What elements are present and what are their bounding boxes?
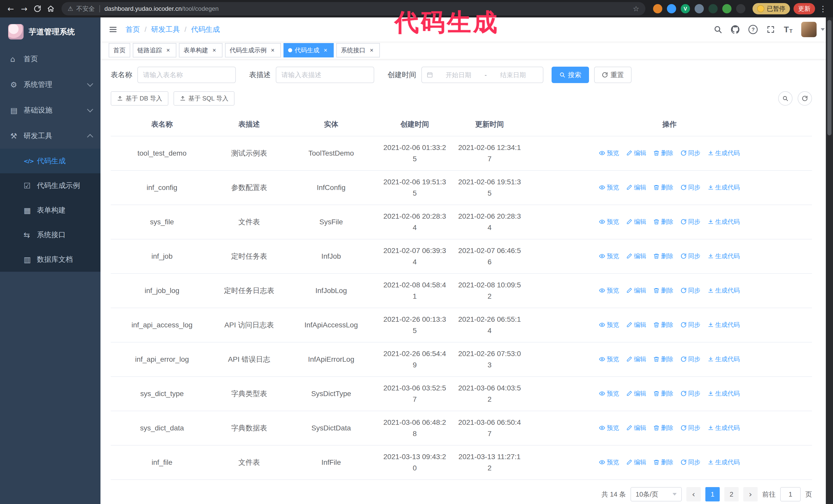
scrollbar[interactable]: [826, 18, 833, 504]
sync-link[interactable]: 同步: [681, 147, 700, 159]
paused-badge[interactable]: 已暂停: [753, 3, 790, 14]
edit-link[interactable]: 编辑: [626, 216, 646, 227]
reset-button[interactable]: 重置: [594, 67, 632, 83]
edit-link[interactable]: 编辑: [626, 388, 646, 399]
sync-link[interactable]: 同步: [681, 216, 700, 227]
delete-link[interactable]: 删除: [653, 285, 673, 296]
generate-code-link[interactable]: 生成代码: [708, 422, 740, 433]
delete-link[interactable]: 删除: [653, 457, 673, 468]
sync-link[interactable]: 同步: [681, 388, 700, 399]
search-icon[interactable]: [714, 25, 722, 34]
toggle-search-button[interactable]: [778, 91, 792, 105]
delete-link[interactable]: 删除: [653, 147, 673, 159]
edit-link[interactable]: 编辑: [626, 182, 646, 193]
tags-view-item[interactable]: 首页: [109, 43, 130, 57]
generate-code-link[interactable]: 生成代码: [708, 354, 740, 365]
extension-icon[interactable]: [709, 4, 718, 13]
sync-link[interactable]: 同步: [681, 457, 700, 468]
avatar[interactable]: [801, 22, 816, 37]
close-icon[interactable]: [211, 47, 218, 54]
sidebar-item-example[interactable]: ☑代码生成示例: [0, 173, 100, 198]
preview-link[interactable]: 预览: [599, 182, 619, 193]
generate-code-link[interactable]: 生成代码: [708, 457, 740, 468]
generate-code-link[interactable]: 生成代码: [708, 319, 740, 331]
edit-link[interactable]: 编辑: [626, 147, 646, 159]
close-icon[interactable]: [368, 47, 375, 54]
forward-button[interactable]: →: [18, 2, 31, 16]
generate-code-link[interactable]: 生成代码: [708, 388, 740, 399]
edit-link[interactable]: 编辑: [626, 250, 646, 262]
delete-link[interactable]: 删除: [653, 182, 673, 193]
sync-link[interactable]: 同步: [681, 285, 700, 296]
browser-menu-kebab-icon[interactable]: ⋮: [819, 4, 827, 13]
delete-link[interactable]: 删除: [653, 250, 673, 262]
update-button[interactable]: 更新: [793, 3, 815, 14]
sync-link[interactable]: 同步: [681, 250, 700, 262]
extension-icon[interactable]: [736, 4, 745, 13]
sidebar-item-form[interactable]: ▦表单构建: [0, 198, 100, 222]
extension-icon[interactable]: [695, 4, 704, 13]
preview-link[interactable]: 预览: [599, 216, 619, 227]
import-db-button[interactable]: 基于 DB 导入: [111, 91, 168, 105]
close-icon[interactable]: [322, 47, 329, 54]
table-desc-input[interactable]: [276, 67, 374, 83]
next-page-button[interactable]: [743, 487, 758, 501]
reload-button[interactable]: [31, 2, 44, 16]
tags-view-item[interactable]: 表单构建: [179, 43, 222, 57]
table-name-input[interactable]: [137, 67, 236, 83]
delete-link[interactable]: 删除: [653, 388, 673, 399]
create-time-range-picker[interactable]: 开始日期 - 结束日期: [421, 67, 543, 83]
close-icon[interactable]: [269, 47, 276, 54]
extension-icon[interactable]: V: [681, 4, 690, 13]
preview-link[interactable]: 预览: [599, 285, 619, 296]
sidebar-item-tools[interactable]: ⚒研发工具: [0, 123, 100, 149]
hamburger-icon[interactable]: [109, 25, 117, 34]
edit-link[interactable]: 编辑: [626, 422, 646, 433]
prev-page-button[interactable]: [686, 487, 701, 501]
page-button-2[interactable]: 2: [724, 487, 739, 501]
edit-link[interactable]: 编辑: [626, 354, 646, 365]
preview-link[interactable]: 预览: [599, 388, 619, 399]
generate-code-link[interactable]: 生成代码: [708, 285, 740, 296]
tags-view-item[interactable]: 链路追踪: [133, 43, 176, 57]
generate-code-link[interactable]: 生成代码: [708, 250, 740, 262]
preview-link[interactable]: 预览: [599, 147, 619, 159]
preview-link[interactable]: 预览: [599, 457, 619, 468]
preview-link[interactable]: 预览: [599, 354, 619, 365]
breadcrumb-item-tools[interactable]: 研发工具: [151, 25, 191, 34]
goto-page-input[interactable]: [780, 487, 801, 501]
sidebar-item-api[interactable]: ⇆系统接口: [0, 222, 100, 247]
page-button-1[interactable]: 1: [705, 487, 720, 501]
sidebar-item-gear[interactable]: ⚙系统管理: [0, 72, 100, 97]
preview-link[interactable]: 预览: [599, 422, 619, 433]
edit-link[interactable]: 编辑: [626, 319, 646, 331]
extension-icon[interactable]: [722, 4, 732, 13]
preview-link[interactable]: 预览: [599, 319, 619, 331]
edit-link[interactable]: 编辑: [626, 457, 646, 468]
refresh-table-button[interactable]: [798, 91, 812, 105]
generate-code-link[interactable]: 生成代码: [708, 182, 740, 193]
sidebar-item-home[interactable]: ⌂首页: [0, 46, 100, 72]
scrollbar-thumb[interactable]: [827, 20, 831, 135]
tags-view-item[interactable]: 系统接口: [336, 43, 380, 57]
tags-view-item[interactable]: 代码生成示例: [225, 43, 281, 57]
sidebar-item-infra[interactable]: ▤基础设施: [0, 97, 100, 123]
close-icon[interactable]: [165, 47, 172, 54]
address-bar[interactable]: ⚠ 不安全 dashboard.yudao.iocoder.cn/tool/co…: [62, 2, 645, 16]
sidebar-item-code[interactable]: </>代码生成: [0, 149, 100, 173]
sync-link[interactable]: 同步: [681, 319, 700, 331]
generate-code-link[interactable]: 生成代码: [708, 147, 740, 159]
sync-link[interactable]: 同步: [681, 422, 700, 433]
help-icon[interactable]: [748, 25, 758, 34]
font-size-icon[interactable]: [784, 25, 792, 33]
tags-view-item[interactable]: 代码生成: [284, 43, 334, 57]
edit-link[interactable]: 编辑: [626, 285, 646, 296]
search-button[interactable]: 搜索: [552, 67, 589, 83]
extension-icon[interactable]: [667, 4, 676, 13]
delete-link[interactable]: 删除: [653, 319, 673, 331]
back-button[interactable]: ←: [4, 2, 18, 16]
delete-link[interactable]: 删除: [653, 216, 673, 227]
import-sql-button[interactable]: 基于 SQL 导入: [173, 91, 235, 105]
app-logo[interactable]: 芋道管理系统: [0, 18, 100, 46]
bookmark-star-icon[interactable]: ☆: [633, 5, 639, 13]
